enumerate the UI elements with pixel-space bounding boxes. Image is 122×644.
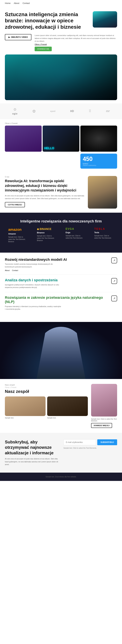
team-label: Nasz zespół	[5, 384, 88, 386]
ai-solutions-section: Rozwój niestandardowych modeli AI Tworze…	[0, 252, 122, 322]
subscribe-button[interactable]: SUBSKRYBUJ	[97, 439, 117, 445]
email-input[interactable]	[63, 439, 96, 445]
ai-sol-desc-1: Tworzenie modeli uczenia maszynowego dos…	[5, 263, 62, 268]
partner-binance: ◆ BINANCE Binance Sample text. Click to …	[37, 228, 56, 243]
hero-image-small	[93, 11, 117, 28]
ai-sol-item-1: Rozwój niestandardowych modeli AI Tworze…	[5, 258, 117, 275]
dark-title: Inteligentne rozwiązania dla nowoczesnyc…	[5, 219, 117, 224]
subscribe-desc: At vero eos et accusam et justo duo dolo…	[5, 458, 59, 466]
ai-sol-item-2: Analiza danych i spostrzeżenia wyciągani…	[5, 278, 117, 292]
footer: Sample text. Zrzut ekranu dla free websi…	[0, 472, 122, 481]
subscribe-section: Subskrybuj, aby otrzymywać najnowsze akt…	[0, 433, 122, 472]
hero-description: Lorem ipsum dolor sit amet, consectetur …	[35, 34, 117, 43]
evga-logo: EVGA	[66, 228, 74, 230]
ai-sol-title-2: Analiza danych i spostrzeżenia	[5, 278, 109, 282]
brands-bar: ⚙ ogie ✿ eped HD ⠿ mr	[0, 104, 122, 119]
grid-icon: ⠿	[89, 109, 91, 113]
ai-sol-item-3: Rozwiązania w zakresie przetwarzania jęz…	[5, 296, 117, 314]
subscribe-title: Subskrybuj, aby otrzymywać najnowsze akt…	[5, 439, 59, 456]
article-title: Rewolucja AI: transformacja opieki zdrow…	[5, 179, 85, 193]
ai-sol-arrow-3[interactable]: ↗	[111, 296, 117, 301]
flower-icon: ✿	[32, 109, 36, 114]
badge-sub: Aktywni użytkownicy	[83, 164, 96, 166]
dark-section: Inteligentne rozwiązania dla nowoczesnyc…	[0, 213, 122, 252]
team-card-2: Sample text.	[47, 396, 88, 419]
team-section: Nasz zespół Obraz z Freewit Nasz zespół …	[0, 379, 122, 433]
ai-sol-about[interactable]: About	[5, 270, 9, 271]
brand-asterisk: ✿	[32, 109, 36, 114]
tesla-logo: TESLA	[94, 228, 105, 230]
team-right-image	[91, 384, 117, 416]
nav-contact[interactable]: Contact	[23, 2, 30, 4]
ai-sol-arrow-1[interactable]: ↗	[111, 258, 117, 263]
gallery-section: Obraz z Freewit HELLO 450 tysięcy Aktywn…	[0, 119, 122, 172]
team-sample-3: Sample text. Click to select the Text El…	[91, 418, 117, 422]
robot-section	[0, 322, 122, 379]
brand-ogie: ⚙ ogie	[12, 108, 17, 115]
brand-eped: eped	[50, 110, 55, 112]
ai-sol-desc-3: Poprawa interakcji z klientami za pomocą…	[5, 305, 62, 310]
amazon-logo: amazon	[8, 228, 22, 232]
ai-sol-contact[interactable]: Contact	[12, 270, 18, 271]
article-body: At vero eos et accusam et justo duo dolo…	[5, 194, 85, 200]
badge-word: tysięcy	[83, 162, 88, 164]
partner-evga: EVGA Evga Sample text. Click to select t…	[66, 228, 85, 243]
article-section: O nas Rewolucja AI: transformacja opieki…	[0, 172, 122, 213]
hero-section: Sztuczna inteligencja zmienia branże: in…	[0, 6, 122, 104]
partners-grid: amazon Amazon Sample text. Click to sele…	[5, 228, 117, 243]
brand-mr: mr	[106, 110, 110, 113]
team-sample-1: Sample text.	[5, 417, 46, 419]
play-icon: ▶	[8, 36, 10, 38]
ai-sol-title-1: Rozwój niestandardowych modeli AI	[5, 258, 109, 262]
hero-link: Olbra z Freewit	[35, 44, 117, 45]
gallery-label: Obraz z Freewit	[5, 122, 117, 124]
article-label: O nas	[5, 176, 85, 178]
article-image	[88, 176, 117, 208]
see-more-button[interactable]: DOWIEDZ WIĘCEJ	[91, 423, 112, 428]
subscribe-small: Sample text. Click to select the Text El…	[63, 447, 117, 449]
gallery-badge: 450 tysięcy Aktywni użytkownicy	[80, 154, 117, 168]
binance-logo: ◆ BINANCE	[37, 228, 51, 230]
ai-sol-desc-2: wyciąganie praktycznych wniosków z dużyc…	[5, 284, 62, 289]
brand-hd: HD	[70, 110, 74, 113]
team-title: Nasz zespół	[5, 389, 88, 394]
hello-text: HELLO	[44, 146, 54, 150]
nav-home[interactable]: Home	[5, 2, 10, 4]
badge-number: 450	[83, 156, 93, 162]
nav-about[interactable]: About	[14, 2, 19, 4]
team-card-1: Sample text.	[5, 396, 46, 419]
partner-amazon: amazon Amazon Sample text. Click to sele…	[8, 228, 28, 243]
footer-text: Sample text. Zrzut ekranu dla free websi…	[5, 476, 117, 478]
team-img-label: Obraz z Freewit	[5, 386, 88, 388]
team-sample-2: Sample text.	[47, 417, 88, 419]
hero-title: Sztuczna inteligencja zmienia branże: in…	[5, 11, 90, 30]
gear-icon: ⚙	[13, 108, 17, 112]
watch-video-button[interactable]: ▶ OBEJRZYJ VIDEO	[5, 34, 31, 40]
discover-button[interactable]: DOWIEDZ SIĘ	[35, 47, 52, 51]
brand-grid: ⠿	[89, 109, 91, 113]
nav-links: Home About Contact	[5, 2, 30, 4]
partner-tesla: TESLA Tesla Sample text. Click to select…	[94, 228, 114, 243]
ai-sol-title-3: Rozwiązania w zakresie przetwarzania jęz…	[5, 296, 109, 304]
ai-sol-arrow-2[interactable]: ↗	[111, 278, 117, 284]
gallery-item-2: HELLO	[43, 126, 79, 152]
hero-big-image	[5, 54, 117, 100]
navigation: Home About Contact	[0, 0, 122, 6]
gallery-item-3	[80, 126, 117, 152]
read-more-button[interactable]: CZYTAJ WIĘCEJ	[5, 202, 25, 207]
gallery-item-1	[5, 126, 42, 152]
